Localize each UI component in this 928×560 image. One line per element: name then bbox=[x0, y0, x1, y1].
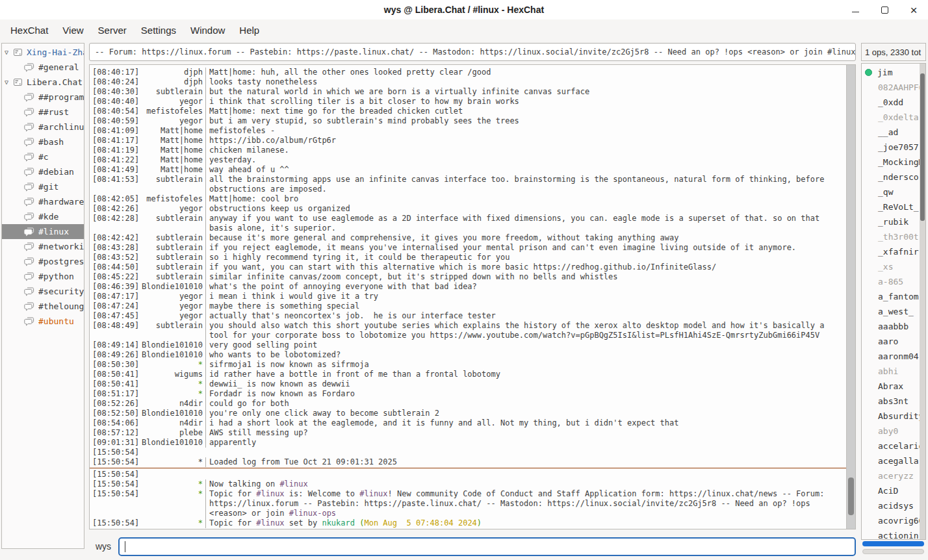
userlist-item-qw[interactable]: _qw bbox=[862, 185, 920, 199]
menu-help[interactable]: Help bbox=[232, 21, 266, 39]
menu-settings[interactable]: Settings bbox=[134, 21, 183, 39]
userlist-item-mockingm[interactable]: _MockingM bbox=[862, 155, 920, 170]
userlist-item-acovrig60[interactable]: acovrig60 bbox=[862, 513, 920, 528]
titlebar[interactable]: wys @ Libera.Chat / #linux - HexChat × bbox=[0, 0, 928, 19]
tree-item-libera-chat[interactable]: ▽Libera.Chat bbox=[2, 75, 84, 90]
tree-item-postgresql[interactable]: #postgresql bbox=[2, 254, 84, 269]
tree-item-general[interactable]: #general bbox=[2, 60, 84, 75]
chat-timestamp: [08:40:24] bbox=[90, 77, 140, 87]
chat-line: [08:52:50]Blondie101010you're only one c… bbox=[90, 409, 846, 418]
close-button[interactable]: × bbox=[906, 2, 922, 18]
chat-timestamp: [08:42:26] bbox=[90, 204, 140, 214]
tree-item-kde[interactable]: #kde bbox=[2, 209, 84, 224]
tree-item-linux[interactable]: #linux bbox=[2, 224, 84, 239]
topic-input[interactable]: -- Forum: https://linux.forum -- Pastebi… bbox=[89, 43, 856, 61]
userlist-item-aceryzz[interactable]: aceryzz bbox=[862, 468, 920, 483]
userlist-item-acidsys[interactable]: acidsys bbox=[862, 498, 920, 513]
userlist-item-abhi[interactable]: abhi bbox=[862, 364, 920, 379]
user-nick: Absurdity bbox=[878, 411, 920, 421]
tree-item-debian[interactable]: #debian bbox=[2, 164, 84, 179]
userlist-item-abrax[interactable]: Abrax bbox=[862, 379, 920, 394]
userlist-item-aaro[interactable]: aaro bbox=[862, 334, 920, 349]
userlist-item-0xdd[interactable]: _0xdd bbox=[862, 95, 920, 110]
chat-timestamp: [08:51:17] bbox=[90, 389, 140, 399]
userlist-item-abs3nt[interactable]: abs3nt bbox=[862, 394, 920, 409]
tree-item-hardware[interactable]: #hardware bbox=[2, 194, 84, 209]
user-nick: a_west_ bbox=[878, 307, 914, 316]
userlist-item-actioninj[interactable]: actioninj bbox=[862, 528, 920, 539]
userlist-item-joe7057[interactable]: _joe7057 bbox=[862, 140, 920, 155]
input-row: wys bbox=[89, 535, 856, 557]
tree-item-c[interactable]: #c bbox=[2, 149, 84, 164]
tree-item-python[interactable]: #python bbox=[2, 269, 84, 284]
tree-item-networking[interactable]: #networking bbox=[2, 239, 84, 254]
userlist-item-absurdity[interactable]: Absurdity bbox=[862, 409, 920, 424]
chat-nick: yegor bbox=[140, 301, 205, 311]
userlist-item-xs[interactable]: _xs bbox=[862, 259, 920, 274]
userlist-item-acegalla[interactable]: acegalla- bbox=[862, 453, 920, 468]
userlist-item-082aahpf6[interactable]: 082AAHPF6 bbox=[862, 80, 920, 95]
chat-nick: Blondie101010 bbox=[140, 409, 205, 418]
menu-hexchat[interactable]: HexChat bbox=[3, 21, 55, 39]
chat-line: [08:40:30]subtlerainbut the natural worl… bbox=[90, 87, 846, 97]
tree-item-xing-hai-zhan[interactable]: ▽Xing-Hai-Zhan bbox=[2, 45, 84, 60]
userlist-scrollbar[interactable] bbox=[920, 64, 925, 539]
user-nick: aaabbb bbox=[878, 322, 909, 331]
chat-line: [08:40:54]mefistofelesMatt|home: next ti… bbox=[90, 107, 846, 116]
chat-scrollbar-thumb[interactable] bbox=[848, 477, 854, 515]
user-nick: acegalla- bbox=[878, 456, 920, 466]
userlist-item-a-865[interactable]: a-865 bbox=[862, 274, 920, 289]
userlist-item-acid[interactable]: AciD bbox=[862, 483, 920, 498]
maximize-button[interactable] bbox=[877, 2, 892, 18]
userlist-item-a-west[interactable]: a_west_ bbox=[862, 304, 920, 319]
channel-icon bbox=[24, 272, 34, 281]
chat-line: [08:47:45]yegoractually that's neoncorte… bbox=[90, 311, 846, 321]
userlist-item-revolt[interactable]: _ReVoLt_ bbox=[862, 199, 920, 214]
chat-line: [15:50:54]*Now talking on #linux bbox=[90, 479, 846, 489]
chat-timestamp: [08:50:41] bbox=[90, 370, 140, 379]
tree-item-thelounge[interactable]: #thelounge bbox=[2, 299, 84, 314]
userlist-item-aaabbb[interactable]: aaabbb bbox=[862, 319, 920, 334]
userlist-item-0xdelta[interactable]: _0xdelta bbox=[862, 110, 920, 125]
menu-server[interactable]: Server bbox=[91, 21, 134, 39]
chat-scrollbar[interactable] bbox=[846, 65, 855, 529]
expander-icon[interactable]: ▽ bbox=[5, 79, 13, 86]
tree-item-rust[interactable]: ##rust bbox=[2, 105, 84, 120]
tree-item-label: #postgresql bbox=[38, 257, 84, 266]
chat-line: [08:42:05]mefistofelesMatt|home: cool br… bbox=[90, 194, 846, 204]
user-nick: _MockingM bbox=[878, 157, 920, 167]
userlist-item-accelario[interactable]: accelario bbox=[862, 439, 920, 453]
userlist-item-a-fantom[interactable]: a_fantom bbox=[862, 289, 920, 304]
tree-item-git[interactable]: #git bbox=[2, 179, 84, 194]
userlist-hscrollbar[interactable] bbox=[862, 541, 924, 546]
own-nick: wys bbox=[96, 541, 111, 552]
userlist-scrollbar-thumb[interactable] bbox=[920, 73, 925, 221]
chat-line: [15:50:54]*Topic for #linux is: Welcome … bbox=[90, 489, 846, 518]
tree-item-security[interactable]: #security bbox=[2, 284, 84, 299]
chat-nick: mefistofeles bbox=[140, 194, 205, 204]
menu-window[interactable]: Window bbox=[183, 21, 232, 39]
chat-nick: Matt|home bbox=[140, 126, 205, 136]
userlist-item-nderscor[interactable]: _nderscor bbox=[862, 170, 920, 185]
menu-view[interactable]: View bbox=[55, 21, 90, 39]
tree-item-programming[interactable]: ##programming bbox=[2, 90, 84, 105]
userlist-item-ad[interactable]: __ad bbox=[862, 125, 920, 140]
minimize-button[interactable] bbox=[847, 2, 863, 18]
message-input[interactable] bbox=[118, 537, 856, 556]
channel-icon bbox=[24, 138, 34, 147]
userlist-item-xfafnir[interactable]: _xfafnir bbox=[862, 244, 920, 259]
userlist-item-th3r00t[interactable]: _th3r00t bbox=[862, 229, 920, 244]
userlist-item-aby0[interactable]: aby0 bbox=[862, 424, 920, 439]
tree-item-archlinux[interactable]: #archlinux bbox=[2, 120, 84, 134]
userlist-item-aaronm04[interactable]: aaronm04 bbox=[862, 349, 920, 364]
tree-item-bash[interactable]: #bash bbox=[2, 134, 84, 149]
userlist-item-rubik[interactable]: _rubik bbox=[862, 214, 920, 229]
expander-icon[interactable]: ▽ bbox=[5, 49, 13, 56]
chat-line: [08:50:30]*sifrmoja1 is now known as sif… bbox=[90, 360, 846, 370]
chat-line: [08:46:39]Blondie101010what's the point … bbox=[90, 282, 846, 292]
user-nick: a-865 bbox=[878, 277, 903, 286]
tree-item-ubuntu[interactable]: #ubuntu bbox=[2, 314, 84, 329]
chat-message: Matt|home: huh, all the other ones looke… bbox=[205, 68, 846, 77]
chat-nick: djph bbox=[140, 68, 205, 77]
userlist-item-jim[interactable]: jim bbox=[862, 65, 920, 80]
